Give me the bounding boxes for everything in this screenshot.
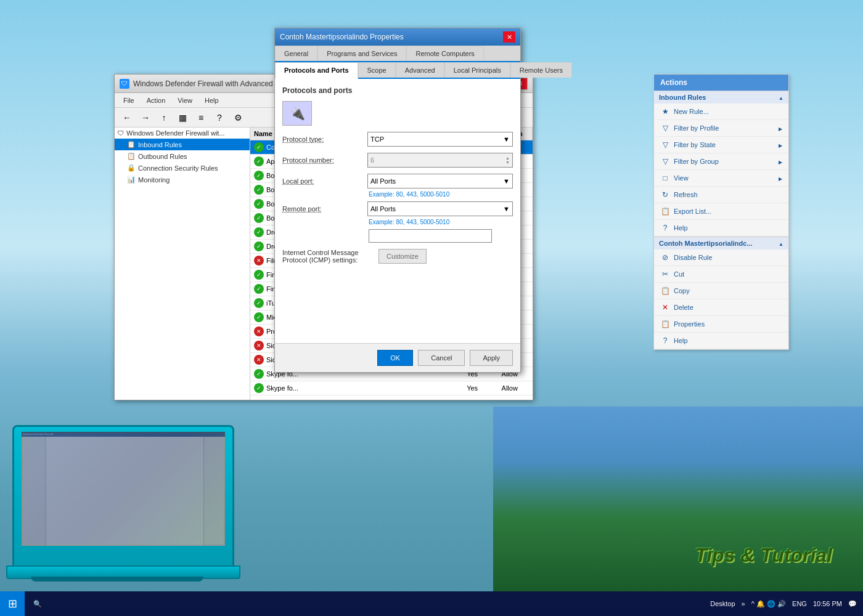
connection-icon: 🔒 (127, 164, 136, 172)
protocol-number-label: Protocol number: (282, 156, 362, 164)
taskbar-system-icons: ^ 🔔 🌐 🔊 (751, 600, 786, 608)
block-icon: ✕ (254, 355, 264, 365)
dialog-content: Protocols and ports 🔌 Protocol type: TCP… (275, 79, 520, 361)
cancel-button[interactable]: Cancel (418, 350, 465, 366)
taskbar: ⊞ 🔍 Desktop » ^ 🔔 🌐 🔊 ENG 10:56 PM 💬 (0, 591, 863, 616)
tree-inbound-rules[interactable]: 📋 Inbound Rules (115, 139, 250, 150)
tab-scope[interactable]: Scope (358, 62, 396, 78)
menu-action[interactable]: Action (142, 95, 171, 105)
tree-connection-security[interactable]: 🔒 Connection Security Rules (115, 162, 250, 174)
new-rule-button[interactable]: ★ New Rule... (654, 103, 788, 120)
disable-rule-button[interactable]: ⊘ Disable Rule (654, 249, 788, 266)
local-port-label: Local port: (282, 177, 362, 185)
cut-icon: ✂ (660, 269, 670, 279)
actions-header: Actions (654, 75, 788, 91)
tab-local-principals[interactable]: Local Principals (444, 62, 510, 78)
outbound-icon: 📋 (127, 152, 136, 160)
arrow-right-icon (779, 158, 782, 165)
protocol-number-input[interactable]: 6 ▲▼ (367, 153, 513, 168)
collapse-selected-icon[interactable] (779, 240, 783, 247)
allow-icon: ✓ (254, 298, 264, 308)
tab-remote-users[interactable]: Remote Users (510, 62, 572, 78)
protocol-type-control: TCP ▼ (367, 132, 513, 147)
refresh-icon: ↻ (660, 190, 670, 200)
start-button[interactable]: ⊞ (0, 591, 25, 616)
allow-icon: ✓ (254, 142, 264, 152)
show-hide-btn[interactable]: ▦ (174, 110, 191, 126)
protocol-type-select[interactable]: TCP ▼ (367, 132, 513, 147)
export-icon: 📋 (660, 206, 670, 216)
tab-advanced[interactable]: Advanced (396, 62, 444, 78)
remote-port-input-area (369, 229, 513, 243)
view-button[interactable]: □ View (654, 170, 788, 187)
taskbar-search[interactable]: 🔍 (31, 598, 44, 610)
allow-icon: ✓ (254, 312, 264, 322)
filter-by-profile-button[interactable]: ▽ Filter by Profile (654, 120, 788, 137)
tab-remote-computers[interactable]: Remote Computers (406, 46, 483, 61)
dropdown-arrow: ▼ (503, 205, 510, 213)
help-button[interactable]: ? Help (654, 220, 788, 237)
properties-dialog: Contoh Mastertipsorialindo Properties ✕ … (274, 28, 521, 373)
properties-button[interactable]: 📋 Properties (654, 316, 788, 333)
arrow-right-icon (779, 175, 782, 182)
collapse-inbound-icon[interactable] (779, 94, 783, 101)
laptop-lid: Windows Defender Firewall (12, 425, 234, 573)
tab-general[interactable]: General (275, 46, 317, 61)
selected-rule-section-header: Contoh Mastertipsorialindc... (654, 237, 788, 249)
dialog-close-button[interactable]: ✕ (503, 31, 515, 43)
remote-port-select[interactable]: All Ports ▼ (367, 201, 513, 216)
allow-icon: ✓ (254, 171, 264, 180)
allow-icon: ✓ (254, 227, 264, 237)
table-row[interactable]: ✓Skype fo... Yes Allow (250, 381, 533, 395)
menu-file[interactable]: File (118, 95, 139, 105)
block-icon: ✕ (254, 326, 264, 336)
delete-button[interactable]: ✕ Delete (654, 299, 788, 316)
block-icon: ✕ (254, 341, 264, 351)
protocol-type-label: Protocol type: (282, 136, 362, 143)
example-text-1: Example: 80, 443, 5000-5010 (369, 191, 513, 198)
dropdown-arrow: ▼ (503, 136, 510, 143)
block-icon: ✕ (254, 256, 264, 265)
laptop-bottom (31, 577, 203, 582)
export-list-button[interactable]: 📋 Export List... (654, 203, 788, 220)
forward-button[interactable]: → (137, 110, 154, 126)
dialog-titlebar: Contoh Mastertipsorialindo Properties ✕ (275, 28, 520, 46)
tab-programs-services[interactable]: Programs and Services (317, 46, 406, 61)
remote-port-control: All Ports ▼ (367, 201, 513, 216)
menu-view[interactable]: View (173, 95, 197, 105)
local-port-select[interactable]: All Ports ▼ (367, 174, 513, 188)
settings-btn[interactable]: ⚙ (229, 110, 247, 126)
apply-button[interactable]: Apply (470, 350, 513, 366)
tree-monitoring[interactable]: 📊 Monitoring (115, 174, 250, 185)
desktop-label: Desktop (710, 600, 735, 607)
back-button[interactable]: ← (118, 110, 136, 126)
menu-help[interactable]: Help (200, 95, 224, 105)
taskbar-icons: 🔍 (31, 598, 44, 610)
taskbar-notification-icon[interactable]: 💬 (848, 600, 857, 608)
cut-button[interactable]: ✂ Cut (654, 266, 788, 283)
dialog-tabs-row1: General Programs and Services Remote Com… (275, 46, 520, 62)
tree-root[interactable]: 🛡 Windows Defender Firewall wit... (115, 128, 250, 139)
customize-button[interactable]: Customize (378, 249, 427, 264)
copy-button[interactable]: 📋 Copy (654, 283, 788, 299)
allow-icon: ✓ (254, 383, 264, 393)
ok-button[interactable]: OK (377, 350, 413, 366)
tree-btn[interactable]: ≡ (192, 110, 210, 126)
tree-outbound-rules[interactable]: 📋 Outbound Rules (115, 150, 250, 162)
filter-by-group-button[interactable]: ▽ Filter by Group (654, 153, 788, 170)
up-button[interactable]: ↑ (155, 110, 173, 126)
inbound-icon: 📋 (127, 140, 136, 148)
filter-by-state-button[interactable]: ▽ Filter by State (654, 137, 788, 153)
help-selected-button[interactable]: ? Help (654, 333, 788, 349)
refresh-button[interactable]: ↻ Refresh (654, 187, 788, 203)
tab-protocols-ports[interactable]: Protocols and Ports (275, 62, 358, 79)
spinner-arrows: ▲▼ (505, 156, 510, 164)
taskbar-language: ENG (792, 600, 807, 607)
help-toolbar-btn[interactable]: ? (211, 110, 228, 126)
table-row[interactable]: ✓Skype fo... Yes Allow (250, 395, 533, 397)
remote-port-row: Remote port: All Ports ▼ (282, 201, 513, 216)
remote-port-text-input[interactable] (369, 229, 492, 243)
filter-profile-icon: ▽ (660, 123, 670, 133)
delete-icon: ✕ (660, 302, 670, 312)
protocol-number-row: Protocol number: 6 ▲▼ (282, 153, 513, 168)
